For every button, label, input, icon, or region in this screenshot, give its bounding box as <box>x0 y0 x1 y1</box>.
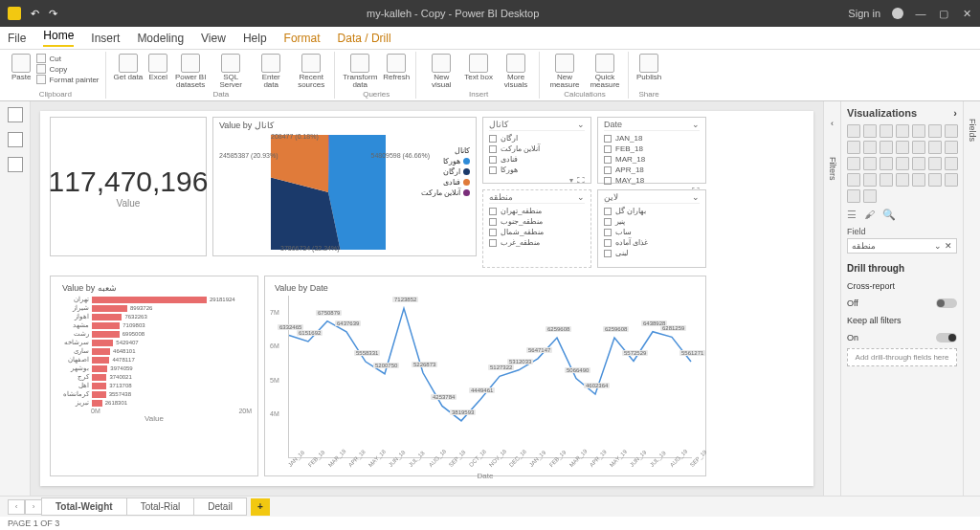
model-view-icon[interactable] <box>8 157 23 172</box>
enter-data-button[interactable]: Enter data <box>254 54 288 89</box>
copy-button[interactable]: Copy <box>36 64 99 74</box>
slicer-item[interactable]: فنادی <box>489 154 585 165</box>
slicer-line[interactable]: لاین⌄ بهاران گلپنیرسابغذای آمادهلبنی <box>597 189 706 268</box>
slicer-item[interactable]: منطقه_غرب <box>489 237 585 248</box>
bar-row[interactable]: اهل3713708 <box>56 382 252 389</box>
focus-icon[interactable]: ⛶ <box>577 176 585 185</box>
chevron-down-icon[interactable]: ⌄ <box>692 192 700 202</box>
format-painter-button[interactable]: Format painter <box>36 75 99 84</box>
text-box-button[interactable]: Text box <box>464 54 493 81</box>
bar-row[interactable]: بوشهر3974059 <box>56 364 252 372</box>
bar-row[interactable]: کرج3740021 <box>56 373 252 381</box>
bar-row[interactable]: شیراز8993726 <box>56 304 252 312</box>
viz-type-icon[interactable] <box>847 124 860 138</box>
excel-button[interactable]: Excel <box>148 54 167 81</box>
slicer-item[interactable]: هورکا <box>489 165 585 175</box>
bar-row[interactable]: تبریز2618301 <box>56 399 252 407</box>
add-page-button[interactable]: + <box>251 498 270 516</box>
menu-help[interactable]: Help <box>243 32 267 45</box>
cross-report-toggle[interactable] <box>936 298 957 308</box>
chevron-down-icon[interactable]: ⌄ <box>577 120 585 129</box>
expand-filters-icon[interactable]: ‹ <box>831 119 834 128</box>
sql-button[interactable]: SQL Server <box>213 54 248 89</box>
slicer-item[interactable]: MAY_18 <box>604 175 700 186</box>
slicer-item[interactable]: APR_18 <box>604 165 700 175</box>
tab-total-rial[interactable]: Total-Rial <box>126 497 195 516</box>
pbi-datasets-button[interactable]: Power BI datasets <box>173 54 208 89</box>
tab-detail[interactable]: Detail <box>193 497 247 516</box>
new-visual-button[interactable]: New visual <box>424 54 458 89</box>
new-measure-button[interactable]: New measure <box>547 54 582 89</box>
transform-data-button[interactable]: Transform data <box>343 54 377 89</box>
slicer-date[interactable]: Date⌄ JAN_18FEB_18MAR_18APR_18MAY_18 ▾⛶ <box>597 117 706 184</box>
keep-filters-toggle[interactable] <box>936 333 957 342</box>
format-tab-icon[interactable]: 🖌 <box>864 209 875 221</box>
quick-measure-button[interactable]: Quick measure <box>588 54 622 89</box>
menu-modeling[interactable]: Modeling <box>137 32 184 45</box>
bar-row[interactable]: ساری4648101 <box>56 347 252 355</box>
slicer-item[interactable]: پنیر <box>604 216 700 227</box>
slicer-item[interactable]: MAR_18 <box>604 154 700 165</box>
chevron-down-icon[interactable]: ⌄ <box>577 192 585 202</box>
slicer-item[interactable]: منطقه_شمال <box>489 227 585 237</box>
cut-button[interactable]: Cut <box>36 54 99 63</box>
paste-button[interactable]: Paste <box>11 54 31 81</box>
menu-file[interactable]: File <box>8 32 26 45</box>
report-view-icon[interactable] <box>8 107 23 122</box>
get-data-button[interactable]: Get data <box>114 54 144 81</box>
avatar[interactable] <box>892 8 903 19</box>
menu-insert[interactable]: Insert <box>91 32 120 45</box>
slicer-item[interactable]: آنلاین مارکت <box>489 144 585 154</box>
refresh-button[interactable]: Refresh <box>383 54 410 81</box>
undo-icon[interactable]: ↶ <box>31 8 39 20</box>
slicer-item[interactable]: بهاران گل <box>604 206 700 216</box>
prev-page-button[interactable]: ‹ <box>8 499 25 515</box>
slicer-channel[interactable]: کانال⌄ ارگانآنلاین مارکتفنادیهورکا ▾⛶ <box>482 117 591 184</box>
menu-datadrill[interactable]: Data / Drill <box>338 32 391 45</box>
recent-sources-button[interactable]: Recent sources <box>294 54 328 89</box>
bar-row[interactable]: رشت6995008 <box>56 330 252 338</box>
slicer-item[interactable]: ارگان <box>489 133 585 144</box>
bar-visual[interactable]: Value by شعبه تهران29181924شیراز8993726ا… <box>50 276 258 476</box>
signin-button[interactable]: Sign in <box>848 8 880 19</box>
bar-row[interactable]: اصفهان4478117 <box>56 356 252 364</box>
pie-visual[interactable]: Value by کانال 54809598 (46.66%) 2458538… <box>212 117 477 256</box>
more-visuals-button[interactable]: More visuals <box>499 54 533 89</box>
slicer-item[interactable]: منطقه_جنوب <box>489 216 585 227</box>
slicer-item[interactable]: ساب <box>604 227 700 237</box>
drill-through-well[interactable]: Add drill-through fields here <box>847 348 957 366</box>
data-view-icon[interactable] <box>8 132 23 147</box>
bar-row[interactable]: اهواز7632263 <box>56 313 252 320</box>
close-icon[interactable]: ✕ <box>961 8 972 20</box>
minimize-icon[interactable]: — <box>915 8 926 19</box>
card-visual[interactable]: 117,470,196 Value <box>50 117 207 256</box>
slicer-item[interactable]: غذای آماده <box>604 237 700 248</box>
chevron-right-icon[interactable]: › <box>953 107 957 119</box>
report-canvas[interactable]: 117,470,196 Value Value by کانال 5480959… <box>31 101 823 496</box>
slicer-item[interactable]: JAN_18 <box>604 133 700 144</box>
maximize-icon[interactable]: ▢ <box>938 8 949 20</box>
slicer-item[interactable]: لبنی <box>604 248 700 258</box>
bar-row[interactable]: کرمانشاه3557438 <box>56 390 252 398</box>
menu-format[interactable]: Format <box>284 32 321 45</box>
line-visual[interactable]: Value by Date 63324656151692675087964376… <box>264 276 706 476</box>
bar-row[interactable]: سرشاخه5429407 <box>56 339 252 346</box>
field-well-item[interactable]: منطقه⌄ ✕ <box>847 238 957 254</box>
menu-home[interactable]: Home <box>43 29 74 47</box>
filters-pane-label[interactable]: Filters <box>828 157 837 181</box>
slicer-item[interactable]: منطقه_تهران <box>489 206 585 216</box>
slicer-item[interactable]: FEB_18 <box>604 144 700 154</box>
analytics-tab-icon[interactable]: 🔍 <box>882 209 896 221</box>
filter-icon[interactable]: ▾ <box>569 176 573 185</box>
next-page-button[interactable]: › <box>25 499 42 515</box>
redo-icon[interactable]: ↷ <box>49 8 57 20</box>
bar-row[interactable]: مشهد7109803 <box>56 321 252 329</box>
tab-total-weight[interactable]: Total-Weight <box>41 497 127 516</box>
bar-row[interactable]: تهران29181924 <box>56 296 252 303</box>
menu-view[interactable]: View <box>201 32 226 45</box>
fields-tab-icon[interactable]: ☰ <box>847 209 857 221</box>
publish-button[interactable]: Publish <box>636 54 661 81</box>
slicer-region[interactable]: منطقه⌄ منطقه_تهرانمنطقه_جنوبمنطقه_شمالمن… <box>482 189 591 268</box>
fields-pane-label[interactable]: Fields <box>968 119 977 142</box>
chevron-down-icon[interactable]: ⌄ <box>692 120 700 129</box>
